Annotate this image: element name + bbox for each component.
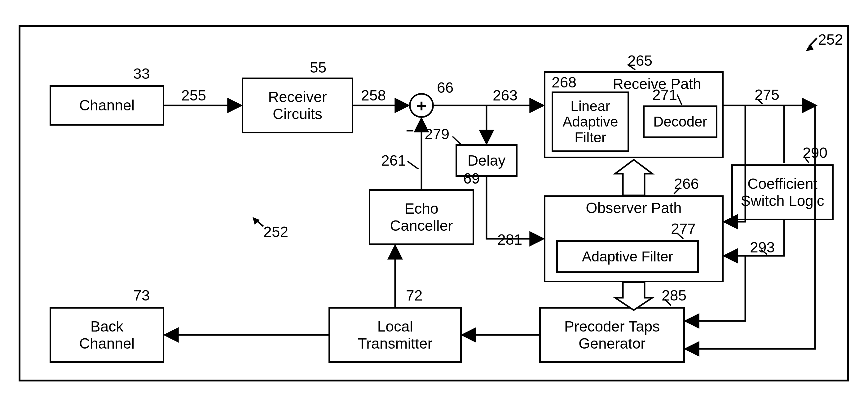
echo-text: Echo Canceller: [390, 200, 453, 234]
lbl-277: 277: [671, 220, 696, 237]
lbl-285: 285: [661, 287, 686, 304]
summer-plus: +: [416, 95, 427, 116]
channel-text: Channel: [79, 97, 135, 114]
lbl-72: 72: [406, 287, 423, 304]
lbl-266: 266: [674, 175, 699, 192]
lbl-255: 255: [181, 87, 206, 104]
adaptive-filter-text: Adaptive Filter: [582, 249, 673, 264]
lbl-268: 268: [552, 74, 577, 91]
back-channel-text: Back Channel: [79, 318, 135, 352]
lbl-33: 33: [133, 65, 150, 82]
lbl-66: 66: [437, 79, 453, 96]
lbl-271: 271: [652, 86, 677, 103]
lbl-281: 281: [497, 231, 522, 248]
lbl-275: 275: [754, 86, 779, 103]
lbl-290: 290: [803, 144, 828, 161]
linear-filter-block: Linear Adaptive Filter: [552, 91, 629, 152]
receiver-block: Receiver Circuits: [242, 78, 353, 133]
observer-path-label: Observer Path: [580, 199, 688, 217]
linear-filter-text: Linear Adaptive Filter: [562, 98, 618, 145]
decoder-block: Decoder: [643, 106, 717, 138]
summing-node: +: [409, 93, 434, 118]
coeff-text: Coefficient Switch Logic: [741, 175, 824, 209]
precoder-block: Precoder Taps Generator: [539, 307, 685, 363]
lbl-265: 265: [627, 52, 652, 69]
lbl-261: 261: [381, 152, 406, 169]
decoder-text: Decoder: [653, 114, 707, 130]
lbl-279: 279: [425, 125, 450, 143]
delay-text: Delay: [468, 152, 506, 169]
lbl-252-outer: 252: [818, 31, 843, 48]
back-channel-block: Back Channel: [50, 307, 164, 363]
echo-canceller-block: Echo Canceller: [369, 189, 474, 245]
channel-block: Channel: [50, 85, 164, 125]
summer-minus: −: [406, 123, 414, 138]
lbl-73: 73: [133, 287, 150, 304]
local-tx-text: Local Transmitter: [358, 318, 433, 352]
adaptive-filter-block: Adaptive Filter: [556, 240, 699, 273]
lbl-293: 293: [750, 239, 775, 256]
local-transmitter-block: Local Transmitter: [329, 307, 462, 363]
receiver-text: Receiver Circuits: [268, 88, 327, 122]
coeff-switch-block: Coefficient Switch Logic: [731, 164, 834, 220]
lbl-263: 263: [493, 87, 518, 104]
lbl-69: 69: [463, 170, 480, 187]
lbl-252-inner: 252: [264, 223, 288, 240]
precoder-text: Precoder Taps Generator: [564, 318, 660, 352]
lbl-258: 258: [361, 87, 386, 104]
lbl-55: 55: [310, 59, 326, 76]
